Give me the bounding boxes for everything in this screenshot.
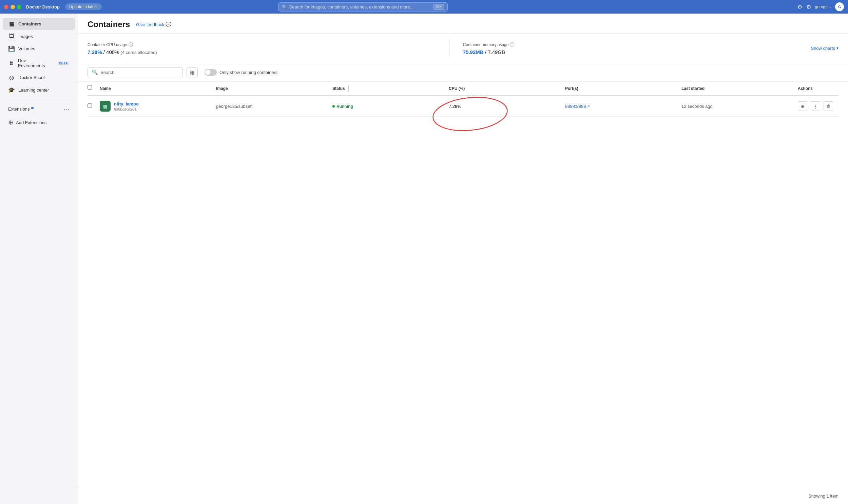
- row-checkbox[interactable]: [88, 104, 92, 108]
- toggle-switch[interactable]: [204, 69, 217, 76]
- select-all-checkbox[interactable]: [88, 85, 92, 90]
- learning-icon: 🎓: [8, 87, 15, 93]
- cpu-label: Container CPU usage ⓘ: [88, 42, 435, 48]
- stat-divider: [449, 40, 449, 57]
- page-title: Containers: [88, 20, 130, 29]
- sidebar-item-label: Docker Scout: [18, 75, 45, 80]
- show-charts-label: Show charts: [811, 46, 835, 51]
- search-icon: 🔍: [282, 4, 287, 10]
- extensions-more-icon[interactable]: ⋯: [64, 105, 70, 113]
- container-id: 6d8bcdcd261: [114, 107, 139, 111]
- minimize-button[interactable]: [11, 5, 15, 9]
- containers-icon: ▦: [8, 21, 15, 27]
- cpu-percent: 7.28%: [88, 49, 102, 55]
- update-button[interactable]: Update to latest: [65, 3, 102, 10]
- grid-icon: ▦: [190, 69, 195, 76]
- image-cell: george135/subsett: [216, 104, 332, 109]
- memory-label: Container memory usage ⓘ: [463, 42, 811, 48]
- containers-table: Name Image Status CPU (%) Port(s) Last s…: [78, 82, 848, 488]
- item-count: Showing 1 item: [808, 493, 838, 499]
- toggle-thumb: [205, 70, 211, 75]
- feedback-icon: 💬: [165, 22, 171, 27]
- cpu-cell: 7.28%: [449, 104, 565, 109]
- delete-button[interactable]: 🗑: [824, 102, 833, 111]
- extensions-dot: [31, 107, 34, 109]
- image-column-header: Image: [216, 85, 332, 92]
- select-all-header: [88, 85, 100, 92]
- maximize-button[interactable]: [17, 5, 21, 9]
- status-cell: Running: [332, 104, 449, 109]
- settings-extension-icon[interactable]: ⚙: [797, 4, 802, 10]
- search-input[interactable]: [101, 70, 178, 75]
- extensions-section[interactable]: Extensions ⋯: [3, 103, 75, 115]
- more-actions-button[interactable]: ⋮: [811, 102, 820, 111]
- last-started-column-header: Last started: [682, 85, 798, 92]
- sidebar: ▦ Containers 🖼 Images 💾 Volumes 🖥 Dev En…: [0, 14, 78, 504]
- status-column-header: Status: [332, 85, 449, 92]
- cpu-stat-group: Container CPU usage ⓘ 7.28% / 400% (4 co…: [88, 42, 435, 55]
- view-toggle-button[interactable]: ▦: [186, 68, 198, 77]
- running-filter-toggle[interactable]: Only show running containers: [204, 69, 277, 76]
- row-checkbox-cell: [88, 104, 100, 109]
- app-layout: ▦ Containers 🖼 Images 💾 Volumes 🖥 Dev En…: [0, 14, 848, 504]
- sidebar-item-volumes[interactable]: 💾 Volumes: [3, 43, 75, 55]
- username: george...: [815, 4, 831, 9]
- sidebar-item-label: Dev Environments: [18, 58, 52, 68]
- sidebar-divider: [5, 99, 72, 100]
- stats-bar: Container CPU usage ⓘ 7.28% / 400% (4 co…: [78, 34, 848, 63]
- container-name-group: nifty_lampo 6d8bcdcd261: [114, 102, 139, 111]
- actions-cell: ■ ⋮ 🗑: [798, 102, 838, 111]
- show-charts-button[interactable]: Show charts ▾: [811, 46, 838, 51]
- container-search-wrap[interactable]: 🔍: [88, 67, 182, 77]
- toggle-label: Only show running containers: [219, 70, 277, 75]
- status-dot: [332, 105, 335, 108]
- memory-info-icon[interactable]: ⓘ: [510, 42, 514, 48]
- feedback-button[interactable]: Give feedback 💬: [136, 22, 171, 27]
- add-extensions-label: Add Extensions: [16, 120, 47, 125]
- container-icon: ▦: [100, 101, 111, 112]
- port-value: 8888:8888: [565, 104, 586, 109]
- image-name: george135/subsett: [216, 104, 253, 109]
- memory-separator: /: [485, 49, 488, 55]
- main-content: Containers Give feedback 💬 Container CPU…: [78, 14, 848, 504]
- external-link-icon: ↗: [587, 104, 590, 109]
- beta-badge: BETA: [57, 61, 70, 66]
- gear-icon[interactable]: ⚙: [806, 4, 811, 10]
- container-name[interactable]: nifty_lampo: [114, 102, 139, 107]
- sidebar-item-label: Images: [18, 34, 33, 39]
- col-divider: [348, 85, 349, 92]
- sidebar-item-docker-scout[interactable]: ◎ Docker Scout: [3, 72, 75, 84]
- last-started-cell: 12 seconds ago: [682, 104, 798, 109]
- status-badge: Running: [332, 104, 353, 109]
- docker-scout-icon: ◎: [8, 74, 15, 81]
- global-search[interactable]: 🔍 Search for images, containers, volumes…: [278, 2, 448, 12]
- status-text: Running: [337, 104, 353, 109]
- app-title: Docker Desktop: [26, 4, 60, 10]
- sidebar-item-dev-environments[interactable]: 🖥 Dev Environments BETA: [3, 55, 75, 71]
- search-icon: 🔍: [92, 70, 98, 75]
- port-link[interactable]: 8888:8888 ↗: [565, 104, 682, 109]
- svg-point-0: [431, 94, 509, 134]
- memory-used: 75.92MB: [463, 49, 484, 55]
- keyboard-shortcut: ⌘K: [433, 4, 444, 10]
- cpu-separator: /: [104, 49, 106, 55]
- stop-button[interactable]: ■: [798, 102, 807, 111]
- memory-total: 7.49GB: [488, 49, 505, 55]
- sidebar-item-containers[interactable]: ▦ Containers: [3, 18, 75, 30]
- page-header: Containers Give feedback 💬: [78, 14, 848, 34]
- sidebar-item-label: Volumes: [18, 46, 35, 51]
- ports-cell: 8888:8888 ↗: [565, 104, 682, 109]
- add-extensions-item[interactable]: ⊕ Add Extensions: [3, 116, 75, 129]
- toolbar: 🔍 ▦ Only show running containers: [78, 63, 848, 82]
- chevron-down-icon: ▾: [836, 46, 838, 51]
- avatar[interactable]: G: [835, 2, 844, 11]
- sidebar-item-images[interactable]: 🖼 Images: [3, 31, 75, 42]
- table-row: ▦ nifty_lampo 6d8bcdcd261 george135/subs…: [88, 96, 838, 117]
- close-button[interactable]: [4, 5, 8, 9]
- sidebar-item-learning-center[interactable]: 🎓 Learning center: [3, 84, 75, 96]
- images-icon: 🖼: [8, 33, 15, 39]
- cpu-column-header: CPU (%): [449, 85, 565, 92]
- table-footer: Showing 1 item: [78, 488, 848, 504]
- sidebar-item-label: Learning center: [18, 88, 49, 93]
- cpu-info-icon[interactable]: ⓘ: [129, 42, 133, 48]
